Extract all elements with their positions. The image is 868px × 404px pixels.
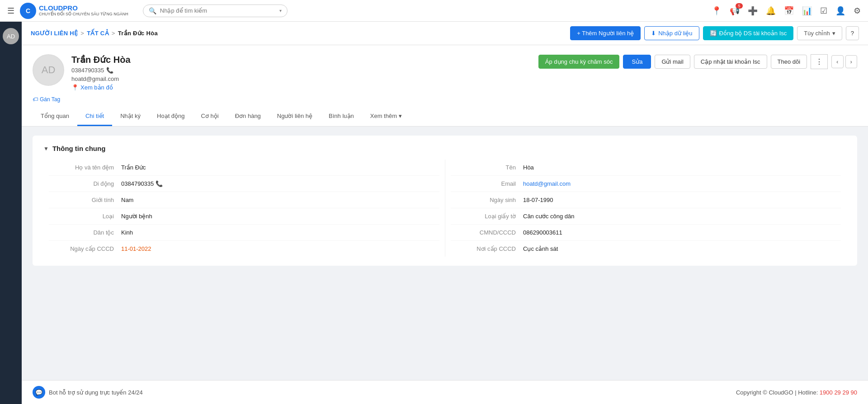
profile-map-link[interactable]: 📍 Xem bản đồ bbox=[71, 84, 131, 91]
sidebar-avatar: AD bbox=[2, 27, 20, 45]
value-loai: Người bệnh bbox=[121, 213, 152, 220]
label-dan-toc: Dân tộc bbox=[49, 229, 121, 236]
field-di-dong: Di động 0384790335 📞 bbox=[49, 176, 439, 192]
field-gioi-tinh: Giới tính Nam bbox=[49, 192, 439, 208]
search-dropdown-icon[interactable]: ▾ bbox=[279, 8, 282, 13]
more-actions-button[interactable]: ⋮ bbox=[811, 54, 828, 69]
user-icon[interactable]: 👤 bbox=[835, 6, 845, 16]
customize-button[interactable]: Tùy chỉnh ▾ bbox=[797, 26, 842, 40]
label-ngay-sinh: Ngày sinh bbox=[451, 197, 523, 203]
value-dan-toc: Kinh bbox=[121, 229, 133, 236]
breadcrumb-bar: NGƯỜI LIÊN HỆ > Tất cả > Trần Đức Hòa + … bbox=[22, 22, 868, 45]
profile-phone: 0384790335 📞 bbox=[71, 67, 131, 74]
profile-email: hoatd@gmail.com bbox=[71, 75, 131, 82]
label-loai-giay-to: Loại giấy tờ bbox=[451, 213, 523, 220]
map-icon: 📍 bbox=[71, 84, 79, 91]
top-nav: ☰ C CLOUDPRO CHUYỂN ĐỔI SỐ CHUYÊN SÂU TỪ… bbox=[0, 0, 868, 22]
phone-icon[interactable]: 📞 bbox=[106, 67, 113, 74]
label-gioi-tinh: Giới tính bbox=[49, 197, 121, 203]
location-icon[interactable]: 📍 bbox=[712, 6, 722, 16]
notification-badge: 5 bbox=[736, 3, 743, 9]
chat-label: Bot hỗ trợ sử dụng trực tuyến 24/24 bbox=[49, 389, 143, 396]
user-avatar: AD bbox=[3, 28, 19, 44]
tab-xem-them[interactable]: Xem thêm ▾ bbox=[362, 107, 410, 126]
topnav-icons: 📍 📢 5 ➕ 🔔 📅 📊 ☑ 👤 ⚙ bbox=[712, 6, 861, 16]
value-loai-giay-to: Căn cước công dân bbox=[523, 213, 575, 220]
field-loai-giay-to: Loại giấy tờ Căn cước công dân bbox=[451, 208, 841, 225]
brand-sub: CHUYỂN ĐỔI SỐ CHUYÊN SÂU TỪNG NGÀNH bbox=[39, 12, 128, 17]
prev-profile-button[interactable]: ‹ bbox=[831, 55, 843, 68]
avatar-initials: AD bbox=[42, 64, 56, 76]
value-gioi-tinh: Nam bbox=[121, 197, 133, 203]
breadcrumb-root[interactable]: NGƯỜI LIÊN HỆ bbox=[31, 30, 78, 37]
chart-icon[interactable]: 📊 bbox=[802, 6, 812, 16]
brand-name: CLOUDPRO bbox=[39, 5, 128, 12]
tab-binh-luan[interactable]: Bình luận bbox=[321, 107, 362, 126]
profile-top: AD Trần Đức Hòa 0384790335 📞 hoatd@gmail… bbox=[33, 54, 857, 91]
content-area: ▼ Thông tin chung Họ và tên đệm Trần Đức… bbox=[22, 127, 868, 380]
bell-icon[interactable]: 🔔 bbox=[766, 6, 776, 16]
tab-tong-quan[interactable]: Tổng quan bbox=[33, 107, 77, 126]
next-profile-button[interactable]: › bbox=[845, 55, 857, 68]
calendar-icon[interactable]: 📅 bbox=[784, 6, 794, 16]
logo: C CLOUDPRO CHUYỂN ĐỔI SỐ CHUYÊN SÂU TỪNG… bbox=[20, 3, 128, 19]
field-cmnd-cccd: CMND/CCCD 086290003611 bbox=[451, 225, 841, 241]
tab-nhat-ky[interactable]: Nhật ký bbox=[112, 107, 149, 126]
breadcrumb-current: Trần Đức Hòa bbox=[118, 30, 158, 37]
field-noi-cap-cccd: Nơi cấp CCCD Cục cảnh sát bbox=[451, 241, 841, 257]
field-ho-ten-dem: Họ và tên đệm Trần Đức bbox=[49, 160, 439, 176]
di-dong-phone-icon[interactable]: 📞 bbox=[156, 180, 163, 187]
import-icon: ⬇ bbox=[651, 30, 656, 37]
settings-icon[interactable]: ⚙ bbox=[854, 6, 861, 16]
chat-icon: 💬 bbox=[33, 386, 45, 399]
search-icon: 🔍 bbox=[149, 7, 156, 14]
logo-icon: C bbox=[20, 3, 36, 19]
apply-cycle-button[interactable]: Áp dụng chu kỳ chăm sóc bbox=[538, 55, 620, 69]
add-contact-button[interactable]: + Thêm Người liên hệ bbox=[570, 26, 641, 40]
sync-account-button[interactable]: 🔄 Đồng bộ DS tài khoản Isc bbox=[703, 26, 794, 40]
info-section: ▼ Thông tin chung Họ và tên đệm Trần Đức… bbox=[33, 136, 857, 266]
tab-co-hoi[interactable]: Cơ hội bbox=[193, 107, 227, 126]
label-ten: Tên bbox=[451, 164, 523, 171]
hamburger-menu[interactable]: ☰ bbox=[7, 6, 14, 16]
add-icon[interactable]: ➕ bbox=[748, 6, 758, 16]
tab-chi-tiet[interactable]: Chi tiết bbox=[77, 107, 112, 126]
announcement-icon[interactable]: 📢 5 bbox=[730, 6, 740, 16]
task-icon[interactable]: ☑ bbox=[820, 6, 827, 16]
footer-hotline: 1900 29 29 90 bbox=[820, 389, 857, 396]
profile-avatar: AD bbox=[33, 54, 64, 86]
field-ten: Tên Hòa bbox=[451, 160, 841, 176]
search-bar[interactable]: 🔍 ▾ bbox=[143, 5, 288, 17]
tab-nguoi-lien-he[interactable]: Người liên hệ bbox=[269, 107, 321, 126]
label-noi-cap-cccd: Nơi cấp CCCD bbox=[451, 245, 523, 252]
field-ngay-sinh: Ngày sinh 18-07-1990 bbox=[451, 192, 841, 208]
follow-button[interactable]: Theo dõi bbox=[771, 55, 807, 69]
chat-widget[interactable]: 💬 Bot hỗ trợ sử dụng trực tuyến 24/24 bbox=[33, 386, 143, 399]
info-right: Tên Hòa Email hoatd@gmail.com Ngày sinh … bbox=[445, 160, 846, 257]
tag-section[interactable]: 🏷 Gán Tag bbox=[33, 96, 857, 103]
main-content: NGƯỜI LIÊN HỆ > Tất cả > Trần Đức Hòa + … bbox=[22, 22, 868, 404]
label-di-dong: Di động bbox=[49, 180, 121, 187]
label-ngay-cap-cccd: Ngày cấp CCCD bbox=[49, 245, 121, 252]
breadcrumb-sep2: > bbox=[112, 30, 115, 37]
section-collapse-icon[interactable]: ▼ bbox=[43, 146, 49, 152]
tab-hoat-dong[interactable]: Hoạt động bbox=[149, 107, 193, 126]
value-noi-cap-cccd: Cục cảnh sát bbox=[523, 245, 558, 252]
send-mail-button[interactable]: Gửi mail bbox=[655, 55, 690, 69]
footer: 💬 Bot hỗ trợ sử dụng trực tuyến 24/24 Co… bbox=[22, 380, 868, 404]
import-data-button[interactable]: ⬇ Nhập dữ liệu bbox=[644, 26, 699, 40]
tab-don-hang[interactable]: Đơn hàng bbox=[227, 107, 269, 126]
search-input[interactable] bbox=[160, 7, 276, 14]
value-di-dong: 0384790335 📞 bbox=[121, 180, 163, 187]
update-account-button[interactable]: Cập nhật tài khoản Isc bbox=[694, 55, 767, 69]
svg-text:C: C bbox=[26, 7, 30, 14]
breadcrumb: NGƯỜI LIÊN HỆ > Tất cả > Trần Đức Hòa bbox=[31, 30, 158, 37]
help-button[interactable]: ? bbox=[846, 26, 859, 40]
edit-button[interactable]: Sửa bbox=[623, 55, 651, 69]
breadcrumb-level1[interactable]: Tất cả bbox=[87, 30, 109, 37]
value-ten: Hòa bbox=[523, 164, 534, 171]
footer-copyright: Copyright © CloudGO | Hotline: 1900 29 2… bbox=[736, 389, 857, 396]
label-loai: Loại bbox=[49, 213, 121, 220]
sync-icon: 🔄 bbox=[710, 30, 717, 37]
breadcrumb-sep1: > bbox=[80, 30, 84, 37]
